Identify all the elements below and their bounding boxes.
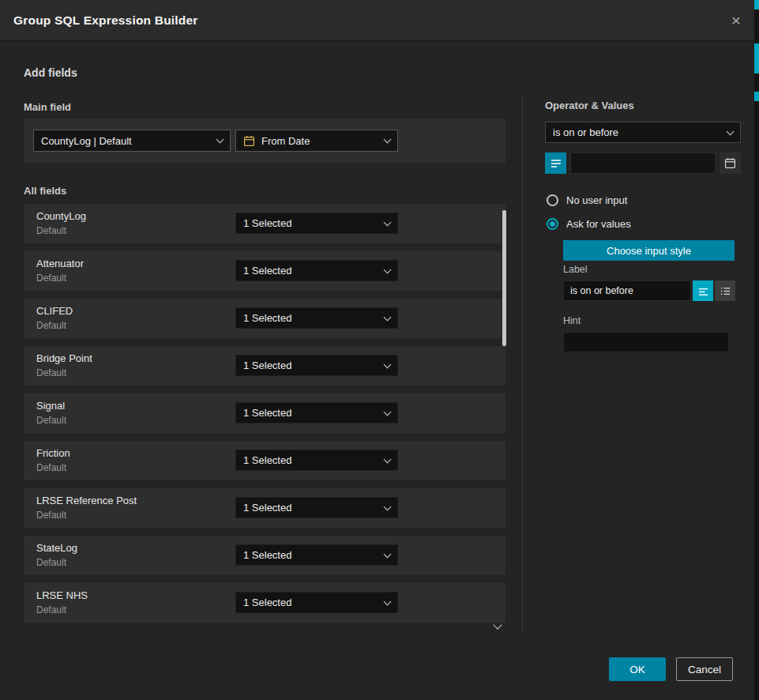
field-sublabel: Default: [36, 462, 66, 473]
single-line-input-icon: [697, 285, 709, 297]
field-sublabel: Default: [36, 225, 66, 236]
field-row: LRSE NHS Default 1 Selected: [24, 583, 505, 623]
edge-accent-segment: [754, 43, 759, 73]
radio-no-user-input[interactable]: No user input: [547, 194, 627, 206]
field-row: Bridge Point Default 1 Selected: [24, 346, 505, 386]
calendar-icon: [724, 157, 736, 169]
chevron-down-icon: [384, 597, 392, 605]
field-row: Attenuator Default 1 Selected: [24, 251, 505, 291]
radio-ask-for-values[interactable]: Ask for values: [547, 218, 631, 230]
add-fields-heading: Add fields: [24, 66, 77, 79]
chevron-down-icon: [384, 265, 392, 273]
field-values-select-value: 1 Selected: [243, 359, 291, 371]
operator-select[interactable]: is on or before: [545, 122, 741, 143]
field-sublabel: Default: [36, 273, 66, 284]
chevron-down-icon: [384, 218, 392, 226]
field-mode-button[interactable]: [545, 152, 566, 174]
all-fields-heading: All fields: [24, 185, 66, 197]
label-row: [563, 280, 735, 301]
operator-select-value: is on or before: [553, 126, 618, 138]
field-values-select-value: 1 Selected: [243, 312, 291, 324]
field-name: Bridge Point: [36, 352, 92, 364]
single-line-input-style-button[interactable]: [693, 280, 713, 301]
radio-icon: [547, 194, 558, 206]
label-input[interactable]: [563, 280, 691, 301]
chevron-down-icon: [384, 550, 392, 558]
field-name: StateLog: [36, 542, 77, 554]
layer-select[interactable]: CountyLog | Default: [33, 130, 231, 152]
field-name: CountyLog: [36, 210, 86, 222]
field-row: CountyLog Default 1 Selected: [24, 204, 505, 243]
field-row: LRSE Reference Post Default 1 Selected: [24, 488, 505, 528]
field-name: LRSE NHS: [36, 589, 88, 601]
main-field-select-value: From Date: [261, 135, 310, 147]
chevron-down-icon: [384, 313, 392, 321]
column-divider: [522, 93, 523, 634]
field-values-select-value: 1 Selected: [243, 265, 291, 277]
field-name: Signal: [36, 400, 65, 412]
field-row: CLIFED Default 1 Selected: [24, 299, 505, 338]
chevron-down-icon: [384, 455, 392, 463]
field-sublabel: Default: [36, 604, 66, 615]
choose-input-style-button[interactable]: Choose input style: [563, 240, 735, 261]
value-row: [545, 152, 741, 174]
field-row: StateLog Default 1 Selected: [24, 536, 505, 575]
dialog-header: Group SQL Expression Builder ×: [0, 0, 759, 41]
operator-values-heading: Operator & Values: [545, 100, 634, 111]
page-edge-strip: [754, 0, 759, 700]
main-field-row: CountyLog | Default From Date: [24, 119, 505, 163]
chevron-down-icon: [384, 360, 392, 368]
field-values-select-value: 1 Selected: [243, 407, 291, 419]
ok-button[interactable]: OK: [609, 657, 666, 681]
calendar-icon: [243, 135, 255, 147]
field-sublabel: Default: [36, 367, 66, 378]
field-name: Friction: [36, 447, 70, 459]
radio-selected-icon: [547, 218, 558, 230]
radio-label: No user input: [566, 194, 627, 206]
radio-label: Ask for values: [566, 218, 631, 230]
field-lines-icon: [550, 157, 562, 170]
field-values-select-value: 1 Selected: [243, 217, 291, 229]
field-values-select[interactable]: 1 Selected: [235, 450, 398, 471]
hint-input[interactable]: [563, 332, 729, 352]
cancel-button[interactable]: Cancel: [676, 657, 733, 681]
field-sublabel: Default: [36, 557, 66, 568]
chevron-down-icon: [727, 127, 735, 135]
chevron-down-icon: [216, 136, 224, 144]
field-values-select[interactable]: 1 Selected: [235, 544, 398, 566]
field-values-select[interactable]: 1 Selected: [235, 497, 398, 518]
field-row: Signal Default 1 Selected: [24, 393, 505, 433]
field-values-select-value: 1 Selected: [243, 549, 291, 561]
all-fields-list: CountyLog Default 1 Selected Attenuator …: [24, 204, 505, 630]
label-caption: Label: [563, 264, 588, 275]
close-icon[interactable]: ×: [723, 0, 750, 41]
chevron-down-icon: [384, 408, 392, 416]
field-name: CLIFED: [36, 305, 73, 317]
field-values-select[interactable]: 1 Selected: [235, 592, 398, 613]
date-picker-button[interactable]: [720, 152, 741, 174]
field-values-select[interactable]: 1 Selected: [235, 213, 398, 234]
field-sublabel: Default: [36, 415, 66, 426]
field-values-select[interactable]: 1 Selected: [235, 402, 398, 423]
group-sql-expression-builder-dialog: Group SQL Expression Builder × Add field…: [0, 0, 759, 700]
main-field-select[interactable]: From Date: [235, 130, 398, 152]
field-values-select[interactable]: 1 Selected: [235, 355, 398, 376]
field-sublabel: Default: [36, 510, 66, 521]
list-scrollbar-thumb[interactable]: [502, 210, 506, 346]
field-values-select[interactable]: 1 Selected: [235, 260, 398, 281]
field-sublabel: Default: [36, 320, 66, 331]
field-row: Friction Default 1 Selected: [24, 441, 505, 480]
chevron-down-icon: [384, 502, 392, 510]
field-name: LRSE Reference Post: [36, 495, 137, 506]
field-name: Attenuator: [36, 258, 84, 269]
edge-accent-segment: [754, 92, 759, 101]
list-input-style-button[interactable]: [715, 280, 735, 301]
chevron-down-icon: [384, 136, 392, 144]
layer-select-value: CountyLog | Default: [41, 135, 132, 147]
field-values-select-value: 1 Selected: [243, 597, 291, 608]
field-values-select[interactable]: 1 Selected: [235, 307, 398, 329]
value-input[interactable]: [570, 152, 716, 174]
list-input-icon: [720, 285, 731, 297]
field-values-select-value: 1 Selected: [243, 454, 291, 466]
field-values-select-value: 1 Selected: [243, 502, 291, 514]
